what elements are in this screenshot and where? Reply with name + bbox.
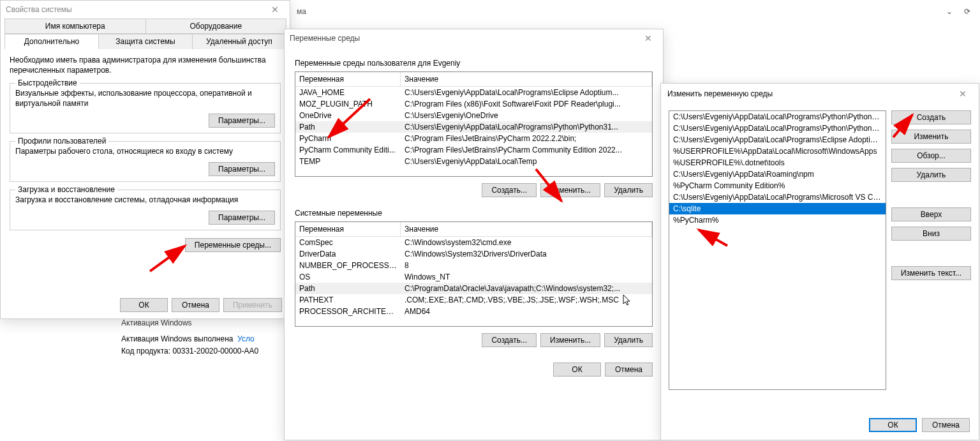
admin-note: Необходимо иметь права администратора дл… xyxy=(10,56,281,75)
cancel-button[interactable]: Отмена xyxy=(922,418,970,432)
environment-variables-dialog: Переменные среды ✕ Переменные среды поль… xyxy=(284,29,664,440)
path-row[interactable]: C:\Users\Evgeniy\AppData\Local\Programs\… xyxy=(669,123,886,134)
system-properties-dialog: Свойства системы ✕ Имя компьютера Оборуд… xyxy=(0,0,290,319)
col-value[interactable]: Значение xyxy=(401,222,652,236)
list-row[interactable]: PyCharm Community Editi...C:\Program Fil… xyxy=(295,144,652,156)
list-row[interactable]: DriverDataC:\Windows\System32\Drivers\Dr… xyxy=(295,248,652,260)
titlebar[interactable]: Изменить переменную среды ✕ xyxy=(661,84,979,104)
list-row[interactable]: OSWindows_NT xyxy=(295,271,652,283)
side-buttons: Создать Изменить Обзор... Удалить Вверх … xyxy=(891,110,971,390)
list-row[interactable]: ComSpecC:\Windows\system32\cmd.exe xyxy=(295,237,652,248)
list-row[interactable]: PROCESSOR_ARCHITECTU...AMD64 xyxy=(295,306,652,317)
environment-variables-button[interactable]: Переменные среды... xyxy=(185,238,281,252)
user-vars-list[interactable]: Переменная Значение JAVA_HOMEC:\Users\Ev… xyxy=(295,71,653,177)
profiles-settings-button[interactable]: Параметры... xyxy=(209,162,275,176)
var-value: 8 xyxy=(401,260,652,271)
tab-system-protection[interactable]: Защита системы xyxy=(98,34,193,49)
group-desc: Загрузка и восстановление системы, отлад… xyxy=(15,195,275,206)
tab-remote[interactable]: Удаленный доступ xyxy=(192,34,286,49)
explorer-header: ма ⌄ ⟳ xyxy=(290,0,980,22)
var-value: C:\Windows\system32\cmd.exe xyxy=(401,237,652,248)
path-row[interactable]: C:\sqlite xyxy=(669,203,886,214)
tabs-row-1: Имя компьютера Оборудование xyxy=(4,19,286,34)
path-row[interactable]: %PyCharm% xyxy=(669,214,886,226)
activation-heading: Активация Windows xyxy=(121,317,258,329)
cancel-button[interactable]: Отмена xyxy=(605,363,653,377)
close-icon[interactable]: ✕ xyxy=(639,33,658,43)
activation-status: Активация Windows выполнена Усло xyxy=(121,333,258,345)
user-vars-label: Переменные среды пользователя для Evgeni… xyxy=(295,59,653,68)
user-delete-button[interactable]: Удалить xyxy=(604,183,653,197)
ok-button[interactable]: ОК xyxy=(553,363,601,377)
tab-hardware[interactable]: Оборудование xyxy=(145,19,287,33)
list-row[interactable]: PATHEXT.COM;.EXE;.BAT;.CMD;.VBS;.VBE;.JS… xyxy=(295,294,652,306)
close-icon[interactable]: ✕ xyxy=(953,89,972,99)
startup-group: Загрузка и восстановление Загрузка и вос… xyxy=(10,190,281,230)
var-name: OS xyxy=(295,272,401,282)
ok-button[interactable]: ОК xyxy=(869,418,917,432)
var-name: JAVA_HOME xyxy=(295,87,401,98)
tab-advanced[interactable]: Дополнительно xyxy=(4,34,99,49)
var-value: C:\Program Files\JetBrains\PyCharm 2022.… xyxy=(401,133,652,144)
list-row[interactable]: OneDriveC:\Users\Evgeniy\OneDrive xyxy=(295,110,652,121)
col-value[interactable]: Значение xyxy=(401,72,652,86)
titlebar[interactable]: Переменные среды ✕ xyxy=(285,29,663,47)
path-list[interactable]: C:\Users\Evgeniy\AppData\Local\Programs\… xyxy=(669,110,886,390)
path-row[interactable]: C:\Users\Evgeniy\AppData\Local\Programs\… xyxy=(669,111,886,123)
user-edit-button[interactable]: Изменить... xyxy=(540,183,600,197)
path-row[interactable]: C:\Users\Evgeniy\AppData\Roaming\npm xyxy=(669,168,886,180)
dialog-title: Переменные среды xyxy=(290,34,360,43)
close-icon[interactable]: ✕ xyxy=(265,4,285,15)
list-header: Переменная Значение xyxy=(295,222,652,237)
performance-settings-button[interactable]: Параметры... xyxy=(209,114,275,128)
sys-edit-button[interactable]: Изменить... xyxy=(540,333,600,347)
tab-computer-name[interactable]: Имя компьютера xyxy=(4,19,146,33)
var-value: C:\Users\Evgeniy\AppData\Local\Programs\… xyxy=(401,87,652,98)
tab-content: Необходимо иметь права администратора дл… xyxy=(1,49,290,258)
sys-create-button[interactable]: Создать... xyxy=(482,333,537,347)
var-name: OneDrive xyxy=(295,110,401,121)
move-up-button[interactable]: Вверх xyxy=(891,207,971,221)
ok-button[interactable]: ОК xyxy=(120,298,168,312)
path-row[interactable]: %USERPROFILE%\.dotnet\tools xyxy=(669,157,886,168)
path-row[interactable]: C:\Users\Evgeniy\AppData\Local\Programs\… xyxy=(669,191,886,203)
dialog-title: Свойства системы xyxy=(6,5,72,14)
col-variable[interactable]: Переменная xyxy=(295,222,401,236)
var-value: AMD64 xyxy=(401,306,652,317)
var-value: C:\Windows\System32\Drivers\DriverData xyxy=(401,249,652,259)
var-value: .COM;.EXE;.BAT;.CMD;.VBS;.VBE;.JS;.JSE;.… xyxy=(401,295,652,305)
col-variable[interactable]: Переменная xyxy=(295,72,401,86)
list-row[interactable]: MOZ_PLUGIN_PATHC:\Program Files (x86)\Fo… xyxy=(295,98,652,110)
apply-button[interactable]: Применить xyxy=(223,298,282,312)
list-row[interactable]: TEMPC:\Users\Evgeniy\AppData\Local\Temp xyxy=(295,156,652,167)
sys-delete-button[interactable]: Удалить xyxy=(604,333,653,347)
list-row[interactable]: PathC:\Users\Evgeniy\AppData\Local\Progr… xyxy=(295,121,652,133)
path-row[interactable]: %USERPROFILE%\AppData\Local\Microsoft\Wi… xyxy=(669,146,886,157)
bg-title: ма xyxy=(297,7,306,16)
delete-button[interactable]: Удалить xyxy=(891,168,971,182)
system-vars-list[interactable]: Переменная Значение ComSpecC:\Windows\sy… xyxy=(295,221,653,327)
titlebar[interactable]: Свойства системы ✕ xyxy=(1,1,290,19)
user-create-button[interactable]: Создать... xyxy=(482,183,537,197)
create-button[interactable]: Создать xyxy=(891,110,971,124)
startup-settings-button[interactable]: Параметры... xyxy=(209,211,275,225)
group-title: Загрузка и восстановление xyxy=(15,185,117,194)
list-row[interactable]: NUMBER_OF_PROCESSORS8 xyxy=(295,260,652,271)
dropdown-icon[interactable]: ⌄ xyxy=(943,7,956,16)
activation-link[interactable]: Усло xyxy=(237,334,255,343)
cancel-button[interactable]: Отмена xyxy=(172,298,219,312)
edit-text-button[interactable]: Изменить текст... xyxy=(891,266,971,280)
move-down-button[interactable]: Вниз xyxy=(891,227,971,241)
var-value: C:\Users\Evgeniy\OneDrive xyxy=(401,110,652,121)
list-row[interactable]: PyCharmC:\Program Files\JetBrains\PyChar… xyxy=(295,133,652,144)
path-row[interactable]: C:\Users\Evgeniy\AppData\Local\Programs\… xyxy=(669,134,886,146)
browse-button[interactable]: Обзор... xyxy=(891,149,971,163)
activation-section: Активация Windows Активация Windows выпо… xyxy=(121,317,258,358)
list-row[interactable]: PathC:\ProgramData\Oracle\Java\javapath;… xyxy=(295,283,652,294)
path-row[interactable]: %PyCharm Community Edition% xyxy=(669,180,886,191)
refresh-icon[interactable]: ⟳ xyxy=(961,7,974,16)
edit-button[interactable]: Изменить xyxy=(891,130,971,144)
group-title: Быстродействие xyxy=(15,78,80,87)
list-row[interactable]: JAVA_HOMEC:\Users\Evgeniy\AppData\Local\… xyxy=(295,87,652,98)
var-name: ComSpec xyxy=(295,237,401,248)
